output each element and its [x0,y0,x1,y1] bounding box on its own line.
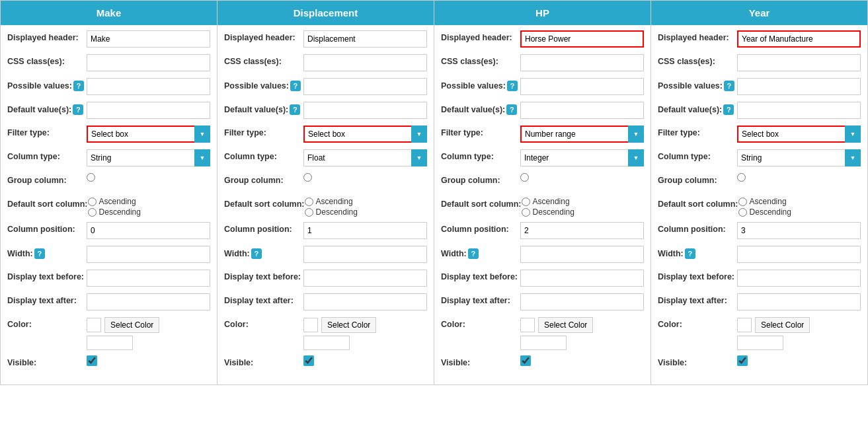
help-icon-default-values-year[interactable]: ? [723,104,734,115]
input-width-make[interactable] [87,246,210,263]
default-values-row-displacement: Default value(s): ? [224,102,427,120]
input-display-text-before-year[interactable] [737,270,861,287]
col-header-displacement: Displacement [217,1,434,25]
radio-descending-displacement[interactable] [305,208,313,217]
radio-descending-hp[interactable] [522,208,530,217]
radio-group-column-displacement[interactable] [303,173,312,182]
label-width-hp: Width: [441,249,467,258]
radio-descending-label-year[interactable]: Descending [738,207,861,217]
radio-ascending-label-hp[interactable]: Ascending [522,197,644,206]
possible-values-row-make: Possible values: ? [7,78,210,96]
value-color-make: Select Color [87,317,210,350]
value-display-text-before-displacement [303,270,427,287]
input-display-text-after-displacement[interactable] [303,293,427,310]
input-displayed-header-year[interactable] [737,30,861,48]
radio-ascending-displacement[interactable] [305,198,313,206]
input-css-classes-hp[interactable] [520,54,644,71]
radio-descending-label-displacement[interactable]: Descending [305,207,427,217]
possible-values-row-year: Possible values: ? [658,78,861,96]
select-column-type-hp[interactable]: IntegerStringFloat [520,149,644,166]
radio-ascending-label-displacement[interactable]: Ascending [305,197,427,206]
input-display-text-before-hp[interactable] [520,270,644,287]
radio-ascending-make[interactable] [88,198,97,206]
column-type-row-hp: Column type: IntegerStringFloat [441,149,644,168]
help-icon-default-values-displacement[interactable]: ? [290,104,300,115]
select-column-type-make[interactable]: StringFloatInteger [87,149,210,166]
checkbox-visible-hp[interactable] [520,355,531,366]
input-width-year[interactable] [737,246,861,263]
select-filter-type-hp[interactable]: Select boxNumber rangeText inputNone [520,126,644,143]
help-icon-possible-values-year[interactable]: ? [724,81,734,91]
radio-descending-label-make[interactable]: Descending [88,207,210,217]
input-displayed-header-make[interactable] [87,30,210,48]
value-color-displacement: Select Color [303,317,427,350]
radio-descending-label-hp[interactable]: Descending [522,207,644,217]
color-preview-year [737,336,783,350]
input-display-text-after-make[interactable] [87,293,210,310]
input-column-position-hp[interactable] [520,222,644,239]
help-icon-possible-values-make[interactable]: ? [73,81,84,91]
radio-descending-year[interactable] [738,208,747,217]
help-icon-width-make[interactable]: ? [34,248,45,259]
label-group-column-year: Group column: [658,173,737,185]
radio-group-column-hp[interactable] [520,173,529,182]
input-displayed-header-displacement[interactable] [303,30,427,48]
radio-ascending-label-make[interactable]: Ascending [88,197,210,206]
css-classes-row-displacement: CSS class(es): [224,54,427,73]
select-color-button-hp[interactable]: Select Color [538,317,593,333]
value-visible-displacement [303,355,427,368]
input-default-values-displacement[interactable] [303,102,427,119]
input-possible-values-year[interactable] [737,78,861,95]
input-display-text-after-hp[interactable] [520,293,644,310]
input-css-classes-make[interactable] [87,54,210,71]
help-icon-default-values-make[interactable]: ? [73,104,83,115]
value-displayed-header-displacement [303,30,427,48]
select-filter-type-make[interactable]: Select boxNumber rangeText inputNone [87,126,210,143]
input-possible-values-make[interactable] [87,78,210,95]
input-display-text-after-year[interactable] [737,293,861,310]
radio-ascending-hp[interactable] [522,198,530,206]
input-column-position-make[interactable] [87,222,210,239]
input-default-values-year[interactable] [737,102,861,119]
input-possible-values-displacement[interactable] [303,78,427,95]
input-column-position-displacement[interactable] [303,222,427,239]
input-possible-values-hp[interactable] [520,78,644,95]
value-column-type-hp: IntegerStringFloat [520,149,644,166]
help-icon-possible-values-hp[interactable]: ? [507,81,518,91]
checkbox-visible-make[interactable] [87,355,97,366]
input-displayed-header-hp[interactable] [520,30,644,48]
help-icon-possible-values-displacement[interactable]: ? [290,81,301,91]
filter-type-row-make: Filter type: Select boxNumber rangeText … [7,126,210,144]
select-color-button-make[interactable]: Select Color [104,317,159,333]
select-color-button-year[interactable]: Select Color [755,317,810,333]
checkbox-visible-year[interactable] [737,355,748,366]
input-css-classes-displacement[interactable] [303,54,427,71]
radio-group-sort-displacement: Ascending Descending [305,197,427,217]
select-filter-type-displacement[interactable]: Select boxNumber rangeText inputNone [303,126,427,143]
input-column-position-year[interactable] [737,222,861,239]
label-default-values-year: Default value(s): [658,105,722,114]
input-display-text-before-make[interactable] [87,270,210,287]
input-css-classes-year[interactable] [737,54,861,71]
help-icon-default-values-hp[interactable]: ? [506,104,517,115]
input-width-displacement[interactable] [303,246,427,263]
help-icon-width-hp[interactable]: ? [468,248,479,259]
radio-ascending-year[interactable] [738,198,747,206]
radio-ascending-label-year[interactable]: Ascending [738,197,861,206]
input-default-values-hp[interactable] [520,102,644,119]
input-width-hp[interactable] [520,246,644,263]
label-default-values-hp: Default value(s): [441,105,505,114]
select-column-type-year[interactable]: StringFloatInteger [737,149,861,166]
select-color-button-displacement[interactable]: Select Color [321,317,376,333]
select-column-type-displacement[interactable]: FloatStringInteger [303,149,427,166]
radio-group-column-year[interactable] [737,173,746,182]
radio-descending-make[interactable] [88,208,97,217]
select-filter-type-year[interactable]: Select boxNumber rangeText inputNone [737,126,861,143]
help-icon-width-year[interactable]: ? [685,248,695,259]
input-display-text-before-displacement[interactable] [303,270,427,287]
help-icon-width-displacement[interactable]: ? [251,248,262,259]
input-default-values-make[interactable] [87,102,210,119]
width-row-make: Width: ? [7,246,210,264]
radio-group-column-make[interactable] [87,173,95,182]
checkbox-visible-displacement[interactable] [303,355,314,366]
